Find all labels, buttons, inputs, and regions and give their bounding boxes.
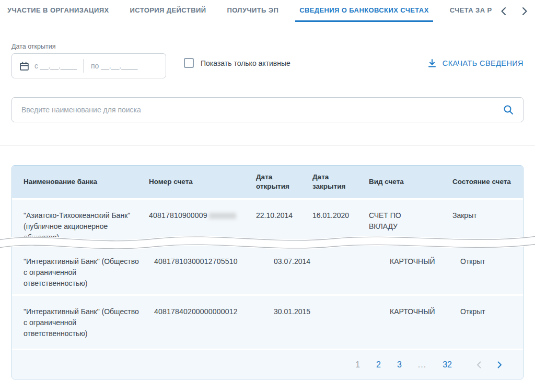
header-bank-name: Наименование банка (24, 177, 149, 187)
header-open-date: Дата открытия (256, 172, 312, 191)
account-number-blurred (209, 213, 236, 219)
account-number-visible: 40817810900009 (149, 211, 207, 220)
table-row: "Интерактивный Банк" (Общество с огранич… (12, 244, 523, 294)
pagination: 1 2 3 ... 32 (12, 349, 523, 379)
tab-get-signature[interactable]: ПОЛУЧИТЬ ЭП (223, 0, 283, 22)
pagination-next-icon[interactable] (497, 361, 502, 368)
bank-name: "Интерактивный Банк" (Общество с огранич… (24, 306, 149, 339)
header-close-date: Дата закрытия (312, 172, 369, 191)
download-label: СКАЧАТЬ СВЕДЕНИЯ (443, 59, 524, 67)
date-range-input[interactable]: с __.__.____ по __.__.____ (11, 53, 166, 78)
account-number: 40817840200000000012 (149, 306, 256, 317)
table-row: "Азиатско-Тихоокеанский Банк" (публичное… (12, 198, 523, 244)
account-number: 40817810300012705510 (149, 256, 256, 267)
close-date: 16.01.2020 (312, 210, 369, 221)
account-type: СЧЕТ ПО ВКЛАДУ (369, 210, 431, 232)
pagination-page-current: 1 (355, 360, 360, 370)
tabs-scroll-right-icon[interactable] (522, 7, 528, 16)
download-info-button[interactable]: СКАЧАТЬ СВЕДЕНИЯ (427, 59, 524, 68)
pagination-prev-icon[interactable] (476, 361, 481, 368)
account-status: Открыт (452, 256, 523, 267)
open-date: 03.07.2014 (256, 256, 312, 267)
date-range-label: Дата открытия (11, 43, 524, 50)
account-type: КАРТОЧНЫЙ (369, 256, 431, 267)
account-status: Открыт (452, 306, 523, 317)
section-divider (0, 145, 535, 146)
date-divider (83, 59, 84, 73)
tab-org-participation[interactable]: УЧАСТИЕ В ОРГАНИЗАЦИЯХ (3, 0, 113, 22)
active-only-checkbox[interactable]: Показать только активные (184, 58, 290, 68)
search-icon[interactable] (503, 105, 514, 115)
account-type: КАРТОЧНЫЙ (369, 306, 431, 317)
bank-accounts-table: Наименование банка Номер счета Дата откр… (11, 165, 524, 379)
tab-accounts-abroad[interactable]: СЧЕТА ЗА Р (446, 0, 496, 22)
header-account-type: Вид счета (369, 177, 452, 187)
pagination-ellipsis: ... (418, 360, 426, 370)
tabs-scroller (496, 0, 535, 22)
pagination-page-3[interactable]: 3 (397, 360, 402, 370)
search-bar (11, 97, 524, 122)
download-icon (427, 59, 437, 68)
checkbox-box[interactable] (184, 58, 194, 68)
bank-accounts-page: УЧАСТИЕ В ОРГАНИЗАЦИЯХ ИСТОРИЯ ДЕЙСТВИЙ … (0, 0, 535, 392)
search-input[interactable] (21, 106, 503, 114)
pagination-page-2[interactable]: 2 (376, 360, 381, 370)
tab-action-history[interactable]: ИСТОРИЯ ДЕЙСТВИЙ (126, 0, 211, 22)
account-status: Закрыт (452, 210, 523, 221)
table-row: "Интерактивный Банк" (Общество с огранич… (12, 294, 523, 349)
header-account-status: Состояние счета (452, 177, 523, 187)
tab-bar: УЧАСТИЕ В ОРГАНИЗАЦИЯХ ИСТОРИЯ ДЕЙСТВИЙ … (0, 0, 535, 22)
open-date: 22.10.2014 (256, 210, 312, 221)
open-date: 30.01.2015 (256, 306, 312, 317)
bank-name: "Азиатско-Тихоокеанский Банк" (публичное… (24, 210, 149, 243)
pagination-page-last[interactable]: 32 (443, 360, 452, 370)
date-from-field[interactable]: с __.__.____ (34, 62, 77, 70)
tab-bank-accounts[interactable]: СВЕДЕНИЯ О БАНКОВСКИХ СЧЕТАХ (295, 0, 433, 22)
date-to-field[interactable]: по __.__.____ (91, 62, 137, 70)
account-number: 40817810900009 (149, 210, 256, 221)
calendar-icon (19, 61, 29, 71)
table-header-row: Наименование банка Номер счета Дата откр… (12, 166, 523, 198)
header-account-number: Номер счета (149, 177, 256, 187)
tabs-scroll-left-icon[interactable] (501, 7, 506, 16)
filters-row: Дата открытия с __.__.____ по __.__.____… (11, 43, 524, 79)
checkbox-label: Показать только активные (201, 59, 290, 67)
bank-name: "Интерактивный Банк" (Общество с огранич… (24, 256, 149, 289)
